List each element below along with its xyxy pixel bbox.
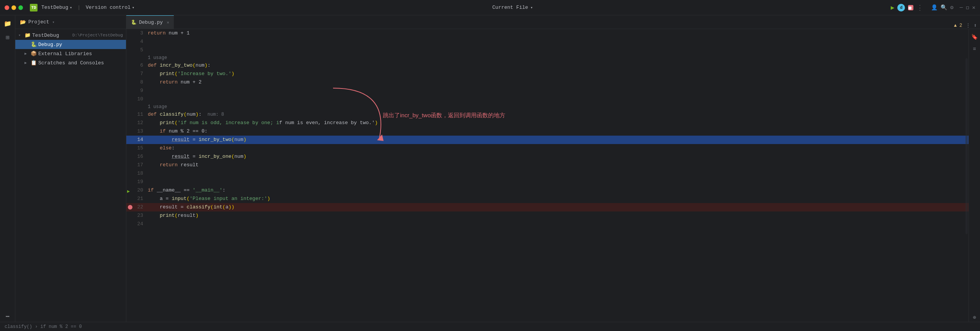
line-code-5 bbox=[146, 46, 969, 54]
settings-icon[interactable]: ⚙ bbox=[950, 4, 953, 11]
project-title: Project bbox=[28, 19, 49, 25]
code-line-10: 10 bbox=[126, 95, 969, 103]
line-num-19: 19 bbox=[126, 178, 146, 186]
line-code-12: print('if num is odd, increase by one; i… bbox=[146, 119, 969, 127]
ext-libs-label: External Libraries bbox=[38, 51, 123, 57]
sidebar-icon-bar: 📁 ⊞ ⋯ bbox=[0, 15, 15, 322]
user-icon[interactable]: 👤 bbox=[931, 4, 938, 11]
usage-hint-1: 1 usage bbox=[126, 54, 969, 61]
breakpoint-icon[interactable] bbox=[128, 205, 132, 210]
code-line-20: ▶20 if __name__ == '__main__': bbox=[126, 186, 969, 195]
minimize-icon[interactable]: ─ bbox=[960, 5, 963, 11]
usage-hint-1-text: 1 usage bbox=[146, 54, 969, 61]
code-table: 3 return num + 1 4 5 bbox=[126, 29, 969, 228]
line-code-13: if num % 2 == 0: bbox=[146, 127, 969, 136]
code-line-15: 15 else: bbox=[126, 144, 969, 152]
stop-button[interactable]: ■ bbox=[908, 5, 913, 10]
titlebar-center: Current File ▾ bbox=[492, 5, 533, 10]
minimize-window-btn[interactable] bbox=[11, 5, 16, 10]
code-line-19: 19 bbox=[126, 178, 969, 186]
line-num-9: 9 bbox=[126, 87, 146, 95]
run-button[interactable]: ▶ bbox=[891, 4, 895, 11]
warning-indicator[interactable]: ▲ 2 bbox=[954, 23, 962, 28]
root-path: D:\Project\TestDebug bbox=[72, 33, 123, 38]
line-code-11: def classify(num): num: 8 bbox=[146, 110, 969, 119]
code-line-12: 12 print('if num is odd, increase by one… bbox=[126, 119, 969, 127]
expand-icon[interactable]: ⬆ bbox=[974, 22, 977, 29]
line-code-15: else: bbox=[146, 144, 969, 152]
line-code-14: result = incr_by_two(num) bbox=[146, 136, 969, 144]
code-line-8: 8 return num + 2 bbox=[126, 78, 969, 87]
restore-icon[interactable]: ◻ bbox=[966, 4, 969, 11]
project-folder-icon: 📂 bbox=[20, 19, 26, 25]
line-code-9 bbox=[146, 87, 969, 95]
more-tools-icon[interactable]: ⋯ bbox=[2, 311, 13, 322]
debug-button[interactable]: d bbox=[897, 4, 905, 11]
current-file-selector[interactable]: Current File ▾ bbox=[492, 5, 533, 10]
line-num-14: 14 bbox=[126, 136, 146, 144]
version-control-menu[interactable]: Version control ▾ bbox=[86, 5, 134, 10]
line-code-16: result = incr_by_one(num) bbox=[146, 152, 969, 161]
project-chevron-icon: ▾ bbox=[70, 5, 72, 10]
scratches-icon: 📋 bbox=[31, 60, 37, 66]
line-num-20: ▶20 bbox=[126, 186, 146, 195]
project-menu[interactable]: TestDebug ▾ bbox=[41, 5, 72, 10]
tab-close-icon[interactable]: ✕ bbox=[167, 20, 169, 25]
line-num-22: 22 bbox=[126, 203, 146, 211]
search-everywhere-icon[interactable]: 🔍 bbox=[941, 4, 947, 11]
code-line-4: 4 bbox=[126, 38, 969, 46]
usage-hint-2: 1 usage bbox=[126, 103, 969, 110]
close-icon[interactable]: ✕ bbox=[972, 4, 975, 11]
vc-chevron-icon: ▾ bbox=[132, 5, 134, 10]
line-code-22: result = classify(int(a)) bbox=[146, 203, 969, 211]
line-code-6: def incr_by_two(num): bbox=[146, 61, 969, 70]
structure-icon[interactable]: ⊞ bbox=[2, 32, 13, 43]
usage-hint-2-text: 1 usage bbox=[146, 103, 969, 110]
close-window-btn[interactable] bbox=[5, 5, 9, 10]
line-num-18: 18 bbox=[126, 169, 146, 178]
tab-python-icon: 🐍 bbox=[131, 20, 137, 25]
code-line-11: 11 def classify(num): num: 8 bbox=[126, 110, 969, 119]
code-content[interactable]: 跳出了incr_by_two函数，返回到调用函数的地方 3 return num… bbox=[126, 29, 969, 322]
code-line-7: 7 print('Increase by two.') bbox=[126, 70, 969, 78]
line-num-5: 5 bbox=[126, 46, 146, 54]
code-line-5: 5 bbox=[126, 46, 969, 54]
line-code-3: return num + 1 bbox=[146, 29, 969, 38]
code-line-18: 18 bbox=[126, 169, 969, 178]
line-code-7: print('Increase by two.') bbox=[146, 70, 969, 78]
tree-item-external-libs[interactable]: ▶ 📦 External Libraries bbox=[15, 49, 126, 58]
line-num-23: 23 bbox=[126, 211, 146, 220]
root-folder-icon: 📁 bbox=[24, 32, 31, 38]
tab-bar-more-icon[interactable]: ⋮ bbox=[965, 22, 971, 29]
tab-bar: 🐍 Debug.py ✕ ▲ 2 ⋮ ⬆ bbox=[126, 15, 980, 29]
titlebar-left: TD TestDebug ▾ | Version control ▾ bbox=[5, 4, 134, 11]
bookmarks-icon[interactable]: 🔖 bbox=[970, 32, 979, 41]
tree-item-root[interactable]: ▾ 📁 TestDebug D:\Project\TestDebug bbox=[15, 31, 126, 40]
code-line-16: 16 result = incr_by_one(num) bbox=[126, 152, 969, 161]
vertical-scrollbar[interactable] bbox=[965, 58, 968, 234]
current-file-chevron-icon: ▾ bbox=[531, 5, 533, 10]
project-tree: ▾ 📁 TestDebug D:\Project\TestDebug 🐍 Deb… bbox=[15, 29, 126, 322]
line-num-7: 7 bbox=[126, 70, 146, 78]
tree-item-debug-py[interactable]: 🐍 Debug.py bbox=[15, 40, 126, 49]
breadcrumbs-icon[interactable]: ≡ bbox=[970, 44, 979, 54]
code-line-3: 3 return num + 1 bbox=[126, 29, 969, 38]
project-header: 📂 Project ▾ bbox=[15, 15, 126, 29]
maximize-window-btn[interactable] bbox=[18, 5, 23, 10]
root-arrow-icon: ▾ bbox=[18, 33, 23, 38]
folder-icon[interactable]: 📁 bbox=[2, 18, 13, 29]
line-code-19 bbox=[146, 178, 969, 186]
tree-item-scratches[interactable]: ▶ 📋 Scratches and Consoles bbox=[15, 58, 126, 67]
app-icon: TD bbox=[30, 4, 38, 11]
line-code-24 bbox=[146, 220, 969, 228]
diff-icon[interactable]: ⊕ bbox=[970, 313, 979, 322]
tab-label: Debug.py bbox=[139, 20, 163, 25]
more-actions-icon[interactable]: ⋮ bbox=[916, 3, 923, 12]
line-code-4 bbox=[146, 38, 969, 46]
tab-debug-py[interactable]: 🐍 Debug.py ✕ bbox=[126, 15, 174, 29]
line-code-17: return result bbox=[146, 161, 969, 169]
line-code-10 bbox=[146, 95, 969, 103]
line-code-21: a = input('Please input an integer:') bbox=[146, 195, 969, 203]
code-line-13: 13 if num % 2 == 0: bbox=[126, 127, 969, 136]
code-line-9: 9 bbox=[126, 87, 969, 95]
